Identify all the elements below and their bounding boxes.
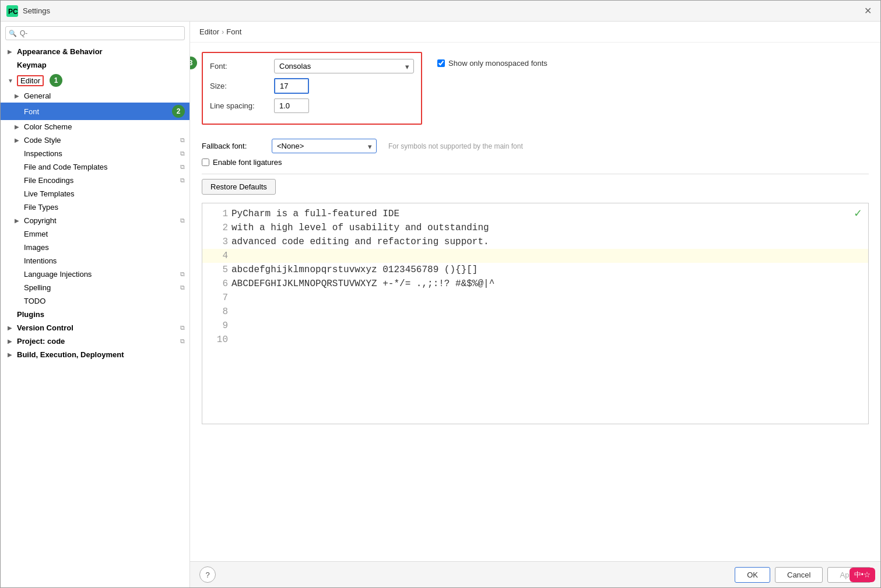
sidebar-item-spelling[interactable]: Spelling⧉ [1, 281, 189, 294]
window-title: Settings [23, 6, 50, 15]
sidebar-item-todo[interactable]: TODO [1, 294, 189, 308]
size-input[interactable] [274, 78, 309, 94]
copy-icon: ⧉ [180, 150, 185, 157]
sidebar-item-label: Spelling [24, 283, 178, 292]
sidebar-item-images[interactable]: Images [1, 241, 189, 254]
arrow-icon: ▶ [8, 48, 15, 55]
help-button[interactable]: ? [199, 566, 216, 583]
sidebar-item-label: Build, Execution, Deployment [17, 350, 185, 359]
preview-line-4 [202, 249, 868, 263]
preview-line-5: abcdefghijklmnopqrstuvwxyz 0123456789 ()… [231, 263, 862, 277]
sidebar-item-label: Language Injections [24, 270, 178, 279]
settings-area: 3 Font: Consolas Arial Courier New [190, 43, 880, 561]
sidebar-item-label: Emmet [24, 230, 185, 238]
sidebar-item-emmet[interactable]: Emmet [1, 227, 189, 241]
sidebar-item-label: Project: code [17, 337, 178, 346]
search-icon: 🔍 [9, 30, 17, 37]
sidebar-item-label: Font [24, 107, 166, 116]
line-number-9: 9 [207, 319, 228, 333]
ligatures-checkbox[interactable] [202, 159, 209, 166]
line-number-8: 8 [207, 305, 228, 319]
sidebar-item-livetemplates[interactable]: Live Templates [1, 187, 189, 200]
copy-icon: ⧉ [180, 284, 185, 291]
search-box[interactable]: 🔍 [5, 26, 185, 40]
search-input[interactable] [5, 26, 185, 40]
sidebar-item-versioncontrol[interactable]: ▶Version Control⧉ [1, 321, 189, 335]
arrow-icon: ▶ [8, 351, 15, 358]
line-spacing-input[interactable] [274, 98, 309, 113]
size-label: Size: [210, 82, 268, 90]
arrow-icon: ▼ [8, 78, 15, 84]
sidebar-item-label: File Encodings [24, 176, 178, 185]
font-dropdown-wrapper[interactable]: Consolas Arial Courier New Fira Code Jet… [274, 59, 414, 73]
sidebar: 🔍 ▶Appearance & BehaviorKeymap▼Editor1▶G… [1, 22, 190, 587]
copy-icon: ⧉ [180, 136, 185, 144]
sidebar-item-languageinjections[interactable]: Language Injections⧉ [1, 267, 189, 281]
preview-line-3: advanced code editing and refactoring su… [231, 235, 862, 249]
bottom-bar: ? OK Cancel Apply 中•☆ [190, 561, 880, 587]
sidebar-item-label: Editor [20, 76, 40, 85]
line-number-2: 2 [207, 221, 228, 235]
editor-outline: Editor [17, 75, 44, 86]
sidebar-item-codestyle[interactable]: ▶Code Style⧉ [1, 133, 189, 147]
sidebar-item-font[interactable]: Font2 [1, 103, 189, 120]
sidebar-item-buildexec[interactable]: ▶Build, Execution, Deployment [1, 348, 189, 361]
sidebar-item-label: Intentions [24, 256, 185, 265]
sidebar-item-plugins[interactable]: Plugins [1, 308, 189, 321]
breadcrumb: Editor › Font [190, 22, 880, 43]
titlebar-left: PC Settings [6, 5, 50, 17]
arrow-icon: ▶ [15, 93, 22, 99]
font-select[interactable]: Consolas Arial Courier New Fira Code Jet… [274, 59, 414, 73]
sidebar-item-general[interactable]: ▶General [1, 89, 189, 103]
copy-icon: ⧉ [180, 217, 185, 224]
ok-button[interactable]: OK [735, 567, 770, 583]
sidebar-item-filetypes[interactable]: File Types [1, 200, 189, 214]
size-row: Size: [210, 78, 414, 94]
main-content: 🔍 ▶Appearance & BehaviorKeymap▼Editor1▶G… [1, 22, 880, 587]
sidebar-item-fileencodings[interactable]: File Encodings⧉ [1, 174, 189, 187]
font-settings-box: Font: Consolas Arial Courier New Fira Co… [202, 52, 422, 125]
ligatures-row[interactable]: Enable font ligatures [202, 158, 869, 167]
sidebar-item-intentions[interactable]: Intentions [1, 254, 189, 267]
right-panel: Editor › Font 3 Font: [190, 22, 880, 587]
fallback-label: Fallback font: [202, 142, 266, 150]
monospace-checkbox[interactable] [437, 59, 445, 67]
restore-defaults-button[interactable]: Restore Defaults [202, 179, 276, 195]
preview-line-1: PyCharm is a full-featured IDE [231, 207, 862, 221]
fallback-select[interactable]: <None> Arial Segoe UI [272, 139, 377, 153]
sidebar-item-keymap[interactable]: Keymap [1, 58, 189, 72]
sidebar-item-label: Version Control [17, 323, 178, 332]
sidebar-item-label: General [24, 91, 185, 100]
copy-icon: ⧉ [180, 324, 185, 332]
breadcrumb-sep: › [222, 27, 224, 36]
sidebar-item-colorscheme[interactable]: ▶Color Scheme [1, 120, 189, 133]
arrow-icon: ▶ [8, 338, 15, 344]
sidebar-item-copyright[interactable]: ▶Copyright⧉ [1, 214, 189, 227]
breadcrumb-editor: Editor [199, 27, 219, 36]
sidebar-item-label: Images [24, 243, 185, 252]
sidebar-item-appearance[interactable]: ▶Appearance & Behavior [1, 45, 189, 58]
sidebar-item-project[interactable]: ▶Project: code⧉ [1, 335, 189, 348]
copy-icon: ⧉ [180, 163, 185, 171]
monospace-check[interactable]: Show only monospaced fonts [437, 59, 547, 68]
line-number-4: 4 [207, 249, 228, 263]
sidebar-item-filecodetemplates[interactable]: File and Code Templates⧉ [1, 160, 189, 174]
sidebar-item-label: File and Code Templates [24, 163, 178, 171]
line-number-3: 3 [207, 235, 228, 249]
line-number-10: 10 [207, 333, 228, 347]
sidebar-item-editor[interactable]: ▼Editor1 [1, 72, 189, 89]
preview-line-8 [231, 305, 862, 319]
preview-line-6: ABCDEFGHIJKLMNOPQRSTUVWXYZ +-*/= .,;:!? … [231, 277, 862, 291]
fallback-dropdown-wrapper[interactable]: <None> Arial Segoe UI [272, 139, 377, 153]
sidebar-item-inspections[interactable]: Inspections⧉ [1, 147, 189, 160]
widget-text: 中•☆ [854, 570, 871, 580]
copy-icon: ⧉ [180, 270, 185, 278]
badge-1: 1 [50, 74, 62, 87]
copy-icon: ⧉ [180, 177, 185, 184]
sidebar-item-label: TODO [24, 297, 185, 305]
preview-line-2: with a high level of usability and outst… [231, 221, 862, 235]
sidebar-item-label: Code Style [24, 136, 178, 145]
font-row: Font: Consolas Arial Courier New Fira Co… [210, 59, 414, 73]
close-button[interactable]: ✕ [861, 4, 875, 18]
cancel-button[interactable]: Cancel [775, 567, 823, 583]
